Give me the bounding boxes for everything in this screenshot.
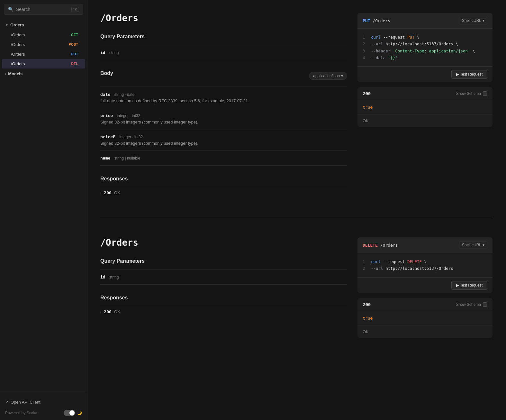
shell-label-delete: Shell cURL <box>462 243 481 247</box>
param-type-id: string <box>109 50 119 55</box>
search-label: Search <box>16 7 69 12</box>
nav-item-path: /Orders <box>11 61 25 66</box>
delete-code-panel-header: DELETE /Orders Shell cURL ▾ <box>357 237 492 253</box>
shell-selector-delete[interactable]: Shell cURL ▾ <box>459 241 487 249</box>
delete-param-table: id string <box>100 269 347 285</box>
delete-show-schema[interactable]: Show Schema <box>456 302 487 307</box>
field-desc-pricef: Signed 32-bit integers (commonly used in… <box>100 141 347 146</box>
sidebar-item-orders-post[interactable]: /Orders POST <box>2 40 85 49</box>
content-type-badge[interactable]: application/json ▾ <box>309 72 347 80</box>
theme-toggle[interactable] <box>64 410 75 416</box>
put-code-block: 1 curl --request PUT \ 2 --url <box>357 29 492 66</box>
delete-code-line-2: 2 --url http://localhost:5137/Orders <box>363 265 487 272</box>
delete-endpoint-title: /Orders <box>100 237 347 248</box>
put-test-request-wrap: ▶ Test Request <box>357 66 492 82</box>
delete-orders-section: /Orders Query Parameters id string Respo… <box>87 224 505 351</box>
show-schema-label-delete: Show Schema <box>456 302 481 307</box>
delete-code-line-1: 1 curl --request DELETE \ <box>363 258 487 265</box>
sidebar-item-orders-del[interactable]: /Orders DEL <box>2 59 85 68</box>
nav-item-path: /Orders <box>11 42 25 47</box>
put-body-header: Body application/json ▾ <box>100 70 347 81</box>
put-code-panel: PUT /Orders Shell cURL ▾ 1 curl <box>357 13 492 82</box>
put-query-params: Query Parameters id string <box>100 34 347 60</box>
models-chevron-icon: › <box>5 72 6 76</box>
curl-keyword: curl <box>371 35 381 40</box>
search-bar[interactable]: 🔍 Search ^K <box>4 4 83 15</box>
delete-code-text-2: --url http://localhost:5137/Orders <box>371 265 453 272</box>
shell-label-put: Shell cURL <box>462 18 481 23</box>
delete-test-request-button[interactable]: ▶ Test Request <box>451 281 487 290</box>
put-response-panel-header: 200 Show Schema <box>357 87 492 100</box>
shell-selector-put[interactable]: Shell cURL ▾ <box>459 17 487 24</box>
put-section-left: /Orders Query Parameters id string Body <box>100 13 347 198</box>
delete-query-params-heading: Query Parameters <box>100 258 347 264</box>
delete-response-footer: OK <box>357 325 492 338</box>
delete-response-panel: 200 Show Schema true OK <box>357 298 492 338</box>
delete-response-chevron-icon: › <box>100 310 101 314</box>
field-name-date: date <box>100 92 110 97</box>
main-content: /Orders Query Parameters id string Body <box>87 0 506 420</box>
put-response-panel: 200 Show Schema true OK <box>357 87 492 127</box>
put-responses-section: Responses › 200 OK <box>100 176 347 198</box>
open-api-label: Open API Client <box>11 400 41 405</box>
delete-line-num-2: 2 <box>363 265 367 272</box>
delete-schema-checkbox[interactable] <box>483 302 487 307</box>
field-type-price: integer · int32 <box>117 114 140 118</box>
put-test-request-button[interactable]: ▶ Test Request <box>451 70 487 79</box>
code-line-2: 2 --url http://localhost:5137/Orders \ <box>363 41 487 47</box>
open-api-icon: ↗ <box>5 400 9 405</box>
delete-section-left: /Orders Query Parameters id string Respo… <box>100 237 347 317</box>
delete-response-200[interactable]: › 200 OK <box>100 306 347 317</box>
response-label-ok: OK <box>114 190 120 195</box>
orders-group-label: Orders <box>10 23 24 27</box>
orders-group-header[interactable]: ▼ Orders <box>0 20 87 30</box>
put-body-heading: Body <box>100 70 113 76</box>
models-group-header[interactable]: › Models <box>0 69 87 79</box>
put-schema-checkbox[interactable] <box>483 91 487 96</box>
response-code-200: 200 <box>104 190 111 195</box>
put-responses-heading: Responses <box>100 176 347 182</box>
delete-test-request-wrap: ▶ Test Request <box>357 277 492 293</box>
put-response-200[interactable]: › 200 OK <box>100 187 347 198</box>
open-api-client-button[interactable]: ↗ Open API Client <box>5 397 82 407</box>
nav-item-path: /Orders <box>11 32 25 37</box>
search-shortcut: ^K <box>71 7 79 12</box>
delete-code-panel: DELETE /Orders Shell cURL ▾ 1 curl <box>357 237 492 293</box>
content-type-chevron: ▾ <box>341 74 343 78</box>
delete-test-btn-label: ▶ Test Request <box>456 283 483 288</box>
code-text-1: curl --request PUT \ <box>371 34 420 41</box>
orders-chevron-icon: ▼ <box>5 23 8 27</box>
method-badge-post: POST <box>67 42 80 47</box>
field-type-name: string | nullable <box>114 156 140 160</box>
sidebar-footer: ↗ Open API Client Powered by Scalar 🌙 <box>0 393 87 420</box>
delete-response-body: true <box>357 311 492 325</box>
search-icon: 🔍 <box>8 7 14 12</box>
sidebar-item-orders-put[interactable]: /Orders PUT <box>2 50 85 59</box>
section-divider <box>100 218 493 218</box>
show-schema-label-put: Show Schema <box>456 91 481 96</box>
put-method-label: PUT <box>363 18 370 23</box>
delete-path-label: /Orders <box>380 243 398 248</box>
put-body-fields: date string · date full-date notation as… <box>100 87 347 166</box>
put-show-schema[interactable]: Show Schema <box>456 91 487 96</box>
sidebar-item-orders-get[interactable]: /Orders GET <box>2 30 85 40</box>
put-path-label: /Orders <box>373 18 390 23</box>
put-response-status: 200 <box>363 91 371 96</box>
put-section-layout: /Orders Query Parameters id string Body <box>100 13 492 198</box>
response-chevron-icon: › <box>100 191 101 195</box>
param-name-id: id <box>100 50 105 55</box>
put-orders-section: /Orders Query Parameters id string Body <box>87 0 505 211</box>
field-desc-date: full-date notation as defined by RFC 333… <box>100 98 347 103</box>
line-num-4: 4 <box>363 54 367 61</box>
method-badge-get: GET <box>69 32 80 37</box>
delete-method-label: DELETE <box>363 243 378 248</box>
powered-by-row: Powered by Scalar 🌙 <box>5 410 82 416</box>
delete-code-text-1: curl --request DELETE \ <box>371 258 427 265</box>
delete-response-value: true <box>363 316 373 321</box>
delete-param-row-id: id string <box>100 269 347 285</box>
line-num-3: 3 <box>363 48 367 54</box>
body-field-pricef: priceF integer · int32 Signed 32-bit int… <box>100 129 347 151</box>
field-desc-price: Signed 32-bit integers (commonly used in… <box>100 120 347 124</box>
field-type-date: string · date <box>114 92 135 97</box>
delete-param-type-id: string <box>109 275 119 279</box>
